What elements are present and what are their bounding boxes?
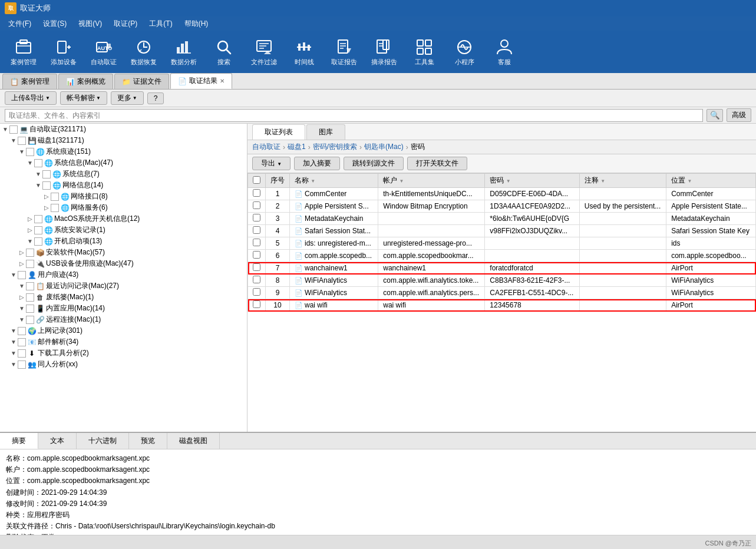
sub-tab-gallery[interactable]: 图库 xyxy=(306,124,345,140)
cb-systrace[interactable] xyxy=(26,148,34,156)
tree-item-auto[interactable]: ▼ 💻 自动取证(321171) xyxy=(0,124,247,135)
table-row[interactable]: 3 📄MetadataKeychain *6lo&h:Tw6AUHE{oDV{G… xyxy=(248,213,756,225)
tree-item-trash[interactable]: ▷ 🗑 废纸篓(Mac)(1) xyxy=(0,292,247,303)
cb-sysinstall[interactable] xyxy=(34,226,42,234)
cb-person[interactable] xyxy=(18,361,26,369)
tree-item-netsvc[interactable]: ▷ 🌐 网络服务(6) xyxy=(0,202,247,213)
tree-item-download[interactable]: ▼ ⬇ 下载工具分析(2) xyxy=(0,348,247,359)
select-all-checkbox[interactable] xyxy=(253,176,260,184)
bottom-tab-summary[interactable]: 摘要 xyxy=(0,433,38,449)
cb-email[interactable] xyxy=(18,338,26,346)
tree-item-sysinfo7[interactable]: ▼ 🌐 系统信息(7) xyxy=(0,168,247,180)
expand-trash[interactable]: ▷ xyxy=(18,293,26,302)
toolbar-timeline[interactable]: 时间线 xyxy=(285,33,323,71)
table-row[interactable]: 1 📄CommCenter th-kEntitlementsUniqueDC..… xyxy=(248,188,756,200)
help-btn[interactable]: ? xyxy=(147,92,164,104)
tree-item-macos-power[interactable]: ▷ 🌐 MacOS系统开关机信息(12) xyxy=(0,213,247,224)
expand-startup[interactable]: ▼ xyxy=(26,237,34,246)
table-row[interactable]: 9 📄WiFiAnalytics com.apple.wifi.analytic… xyxy=(248,287,756,299)
cb-web[interactable] xyxy=(18,327,26,335)
tree-item-netif[interactable]: ▷ 🌐 网络接口(8) xyxy=(0,191,247,202)
bc-auto[interactable]: 自动取证 xyxy=(252,142,280,152)
tab-forensic-result[interactable]: 📄 取证结果 ✕ xyxy=(170,73,232,89)
toolbar-miniapp[interactable]: 小程序 xyxy=(445,33,483,71)
tree-item-builtin-app[interactable]: ▼ 📱 内置应用(Mac)(14) xyxy=(0,303,247,314)
expand-netif[interactable]: ▷ xyxy=(42,193,51,201)
cb-netif[interactable] xyxy=(51,193,59,201)
expand-software[interactable]: ▷ xyxy=(18,249,26,257)
expand-netsvc[interactable]: ▷ xyxy=(42,204,51,212)
cb-auto[interactable] xyxy=(9,125,18,134)
table-row[interactable]: 5 📄ids: unregistered-m... unregistered-m… xyxy=(248,237,756,250)
expand-systrace[interactable]: ▼ xyxy=(18,148,26,156)
menu-view[interactable]: 视图(V) xyxy=(72,18,108,30)
expand-netinfo[interactable]: ▼ xyxy=(34,181,42,190)
cb-builtin-app[interactable] xyxy=(26,305,34,313)
col-note[interactable]: 注释 ▼ xyxy=(579,174,666,188)
table-row[interactable]: 8 📄WiFiAnalytics com.apple.wifi.analytic… xyxy=(248,274,756,287)
expand-download[interactable]: ▼ xyxy=(9,349,18,358)
cb-trash[interactable] xyxy=(26,293,34,302)
col-password[interactable]: 密码 ▼ xyxy=(485,174,579,188)
search-submit-btn[interactable]: 🔍 xyxy=(707,109,723,122)
row-checkbox-3[interactable] xyxy=(253,226,260,234)
cb-startup[interactable] xyxy=(34,237,42,246)
bottom-tab-hex[interactable]: 十六进制 xyxy=(77,433,129,449)
row-checkbox-1[interactable] xyxy=(253,201,260,209)
more-btn[interactable]: 更多 ▼ xyxy=(111,91,144,105)
tree-item-systrace[interactable]: ▼ 🌐 系统痕迹(151) xyxy=(0,146,247,157)
bc-keychain[interactable]: 钥匙串(Mac) xyxy=(364,142,404,152)
cb-sysinfo-mac[interactable] xyxy=(34,159,42,167)
row-checkbox-2[interactable] xyxy=(253,214,260,221)
search-input[interactable] xyxy=(5,109,703,122)
cb-netinfo[interactable] xyxy=(42,181,51,190)
toolbar-forensic-report[interactable]: 取证报告 xyxy=(325,33,363,71)
col-name[interactable]: 名称 ▼ xyxy=(290,174,378,188)
row-checkbox-5[interactable] xyxy=(253,251,260,259)
tree-item-startup[interactable]: ▼ 🌐 开机启动项(13) xyxy=(0,236,247,247)
tree-item-sysinstall[interactable]: ▷ 🌐 系统安装记录(1) xyxy=(0,224,247,236)
row-checkbox-7[interactable] xyxy=(253,276,260,283)
toolbar-add-device[interactable]: 添加设备 xyxy=(45,33,82,71)
expand-usb[interactable]: ▷ xyxy=(18,260,26,268)
row-checkbox-0[interactable] xyxy=(253,189,260,197)
expand-email[interactable]: ▼ xyxy=(9,338,18,346)
upload-export-btn[interactable]: 上传&导出 ▼ xyxy=(5,91,57,105)
tree-item-usertrace[interactable]: ▼ 👤 用户痕迹(43) xyxy=(0,269,247,280)
expand-remote[interactable]: ▼ xyxy=(18,316,26,324)
tab-evidence-file[interactable]: 📁 证据文件 xyxy=(114,74,169,89)
table-row[interactable]: 10 📄wai wifi wai wifi 12345678 AirPort xyxy=(248,299,756,312)
cb-disk1[interactable] xyxy=(18,137,26,145)
menu-help[interactable]: 帮助(H) xyxy=(179,18,214,30)
bc-disk[interactable]: 磁盘1 xyxy=(288,142,306,152)
table-row[interactable]: 4 📄Safari Session Stat... v98FFi2lxOJ3DU… xyxy=(248,225,756,237)
toolbar-search[interactable]: 搜索 xyxy=(205,33,243,71)
menu-tools[interactable]: 工具(T) xyxy=(143,18,178,30)
cb-sysinfo7[interactable] xyxy=(42,170,51,178)
tab-case-overview[interactable]: 📊 案例概览 xyxy=(58,74,113,89)
account-decrypt-btn[interactable]: 帐号解密 ▼ xyxy=(60,91,107,105)
cb-recent[interactable] xyxy=(26,282,34,290)
cb-netsvc[interactable] xyxy=(51,204,59,212)
expand-usertrace[interactable]: ▼ xyxy=(9,271,18,279)
tree-item-disk1[interactable]: ▼ 💾 磁盘1(321171) xyxy=(0,135,247,146)
tab-close-icon[interactable]: ✕ xyxy=(220,78,225,84)
toolbar-excerpt-report[interactable]: 摘录报告 xyxy=(365,33,403,71)
goto-source-btn[interactable]: 跳转到源文件 xyxy=(344,157,404,170)
tree-item-sysinfo-mac[interactable]: ▼ 🌐 系统信息(Mac)(47) xyxy=(0,157,247,168)
expand-macos-power[interactable]: ▷ xyxy=(26,215,34,223)
tree-item-web[interactable]: ▼ 🌍 上网记录(301) xyxy=(0,325,247,336)
row-checkbox-8[interactable] xyxy=(253,288,260,296)
export-btn[interactable]: 导出 ▼ xyxy=(252,157,290,170)
row-checkbox-4[interactable] xyxy=(253,239,260,246)
tree-item-software[interactable]: ▷ 📦 安装软件(Mac)(57) xyxy=(0,247,247,258)
expand-builtin-app[interactable]: ▼ xyxy=(18,305,26,313)
col-account[interactable]: 帐户 ▼ xyxy=(378,174,485,188)
table-row[interactable]: 7 📄wanchainew1 wanchainew1 foratcdforatc… xyxy=(248,262,756,274)
menu-forensics[interactable]: 取证(P) xyxy=(108,18,143,30)
expand-recent[interactable]: ▼ xyxy=(18,282,26,290)
toolbar-file-filter[interactable]: 文件过滤 xyxy=(245,33,283,71)
bottom-tab-disk[interactable]: 磁盘视图 xyxy=(167,433,220,449)
menu-file[interactable]: 文件(F) xyxy=(2,18,37,30)
bc-pwd[interactable]: 密码/密钥搜索 xyxy=(313,142,357,152)
